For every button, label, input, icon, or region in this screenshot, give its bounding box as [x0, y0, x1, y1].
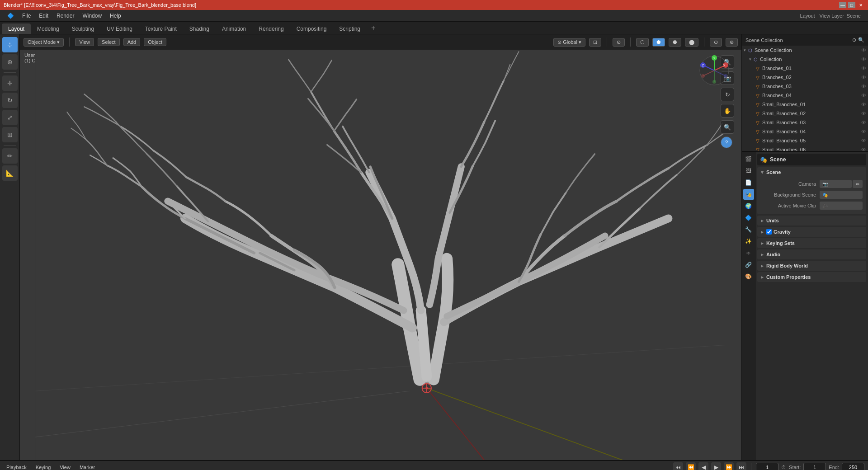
output-properties-icon[interactable]: 🖼 [743, 165, 754, 176]
tab-rendering[interactable]: Rendering [252, 24, 290, 34]
menu-file[interactable]: File [19, 12, 34, 20]
tab-sculpting[interactable]: Sculpting [66, 24, 100, 34]
tab-uv-editing[interactable]: UV Editing [100, 24, 139, 34]
outliner-item-smal-branches-04[interactable]: ▽ Smal_Branches_04 👁 [742, 127, 868, 136]
outliner-search-icon[interactable]: 🔍 [858, 37, 864, 43]
object-properties-icon[interactable]: 🔷 [743, 212, 754, 223]
annotate-tool-button[interactable]: ✏ [2, 148, 18, 164]
marker-menu[interactable]: Marker [77, 464, 98, 470]
tab-layout[interactable]: Layout [2, 24, 31, 34]
play-reverse-button[interactable]: ◀ [698, 462, 708, 470]
rotate-tool-button[interactable]: ↻ [2, 93, 18, 108]
outliner-item-scene-collection[interactable]: ▾ ⬡ Scene Collection 👁 [742, 46, 868, 55]
minimize-button[interactable]: — [839, 2, 846, 8]
add-workspace-button[interactable]: + [367, 22, 380, 34]
solid-shading[interactable]: ⬢ [652, 38, 665, 47]
visibility-icon[interactable]: 👁 [861, 75, 866, 80]
viewport-nav-pan[interactable]: ✋ [721, 104, 734, 118]
units-section-header[interactable]: ▸ Units [757, 216, 866, 226]
select-tool-button[interactable]: ⊹ [2, 37, 18, 52]
play-button[interactable]: ▶ [711, 462, 721, 470]
modifier-properties-icon[interactable]: 🔧 [743, 224, 754, 235]
rigid-body-world-section-header[interactable]: ▸ Rigid Body World [757, 261, 866, 271]
rendered-shading[interactable]: ⬤ [685, 38, 698, 47]
start-frame-input[interactable] [803, 463, 826, 470]
active-movie-clip-value[interactable]: 🎥 [820, 202, 863, 210]
constraints-properties-icon[interactable]: 🔗 [743, 259, 754, 270]
outliner-item-smal-branches-05[interactable]: ▽ Smal_Branches_05 👁 [742, 136, 868, 145]
visibility-icon[interactable]: 👁 [861, 102, 866, 107]
window-controls[interactable]: — □ ✕ [839, 2, 864, 8]
audio-section-header[interactable]: ▸ Audio [757, 249, 866, 259]
visibility-icon[interactable]: 👁 [861, 120, 866, 125]
current-frame-input[interactable] [756, 463, 778, 470]
view-menu-timeline[interactable]: View [57, 464, 73, 470]
jump-to-start-button[interactable]: ⏮ [673, 462, 683, 470]
outliner-item-branches-03[interactable]: ▽ Branches_03 👁 [742, 82, 868, 91]
viewport-gizmo[interactable]: X Y Z [696, 52, 732, 89]
visibility-icon[interactable]: 👁 [861, 47, 866, 53]
object-mode-dropdown[interactable]: Object Mode ▾ [24, 38, 64, 47]
wireframe-shading[interactable]: ⬡ [636, 38, 649, 47]
jump-to-end-button[interactable]: ⏭ [736, 462, 746, 470]
render-properties-icon[interactable]: 🎬 [743, 154, 754, 164]
world-properties-icon[interactable]: 🌍 [743, 201, 754, 212]
cursor-tool-button[interactable]: ⊕ [2, 54, 18, 70]
menu-help[interactable]: Help [106, 12, 125, 20]
physics-properties-icon[interactable]: ⚛ [743, 248, 754, 258]
visibility-icon[interactable]: 👁 [861, 111, 866, 116]
viewport-nav-rotate[interactable]: ↻ [721, 88, 734, 101]
transform-pivot[interactable]: ⊡ [589, 38, 601, 47]
viewport[interactable]: Object Mode ▾ View Select Add Object ⊙ G… [20, 34, 741, 460]
camera-value[interactable]: 📷 [820, 180, 852, 188]
outliner-item-branches-01[interactable]: ▽ Branches_01 👁 [742, 64, 868, 73]
viewport-question-button[interactable]: ? [721, 136, 732, 148]
object-menu[interactable]: Object [144, 38, 166, 46]
next-keyframe-button[interactable]: ⏩ [724, 462, 734, 470]
tab-animation[interactable]: Animation [216, 24, 252, 34]
proportional-edit[interactable]: ⊙ [613, 38, 625, 47]
material-properties-icon[interactable]: 🎨 [743, 271, 754, 282]
outliner-item-smal-branches-01[interactable]: ▽ Smal_Branches_01 👁 [742, 100, 868, 109]
keying-menu[interactable]: Keying [33, 464, 54, 470]
measure-tool-button[interactable]: 📐 [2, 165, 18, 181]
visibility-icon[interactable]: 👁 [861, 147, 866, 151]
menu-render[interactable]: Render [53, 12, 78, 20]
custom-properties-section-header[interactable]: ▸ Custom Properties [757, 272, 866, 282]
particle-properties-icon[interactable]: ✨ [743, 236, 754, 247]
tab-texture-paint[interactable]: Texture Paint [139, 24, 183, 34]
outliner-filter-icon[interactable]: ⊙ [852, 37, 856, 43]
viewport-nav-zoom2[interactable]: 🔍 [721, 120, 734, 134]
gizmos-button[interactable]: ⊚ [726, 38, 738, 47]
scene-properties-icon[interactable]: 🎭 [743, 189, 754, 200]
outliner-item-branches-04[interactable]: ▽ Branches_04 👁 [742, 91, 868, 100]
overlays-button[interactable]: ⊙ [710, 38, 722, 47]
menu-edit[interactable]: Edit [35, 12, 52, 20]
end-frame-input[interactable] [842, 463, 864, 470]
close-button[interactable]: ✕ [857, 2, 864, 8]
scene-section-header[interactable]: ▾ Scene [757, 167, 866, 177]
transform-tool-button[interactable]: ⊞ [2, 127, 18, 142]
outliner-item-branches-02[interactable]: ▽ Branches_02 👁 [742, 73, 868, 82]
global-local-toggle[interactable]: ⊙ Global ▾ [553, 38, 585, 47]
playback-menu[interactable]: Playback [4, 464, 29, 470]
menu-window[interactable]: Window [79, 12, 105, 20]
outliner-item-smal-branches-06[interactable]: ▽ Smal_Branches_06 👁 [742, 145, 868, 151]
visibility-icon[interactable]: 👁 [861, 66, 866, 71]
outliner-item-smal-branches-02[interactable]: ▽ Smal_Branches_02 👁 [742, 109, 868, 118]
visibility-icon[interactable]: 👁 [861, 84, 866, 89]
visibility-icon[interactable]: 👁 [861, 129, 866, 134]
outliner-item-collection[interactable]: ▾ ⬡ Collection 👁 [742, 55, 868, 64]
tab-shading[interactable]: Shading [183, 24, 216, 34]
view-menu[interactable]: View [75, 38, 94, 46]
keying-sets-section-header[interactable]: ▸ Keying Sets [757, 238, 866, 248]
background-scene-value[interactable]: 🎭 [820, 191, 863, 199]
gravity-checkbox[interactable] [766, 229, 772, 235]
outliner-item-smal-branches-03[interactable]: ▽ Smal_Branches_03 👁 [742, 118, 868, 127]
tab-compositing[interactable]: Compositing [290, 24, 333, 34]
material-preview-shading[interactable]: ⬣ [669, 38, 681, 47]
visibility-icon[interactable]: 👁 [861, 93, 866, 98]
camera-edit-icon[interactable]: ✏ [853, 180, 863, 188]
prev-keyframe-button[interactable]: ⏪ [686, 462, 696, 470]
add-menu[interactable]: Add [123, 38, 141, 46]
